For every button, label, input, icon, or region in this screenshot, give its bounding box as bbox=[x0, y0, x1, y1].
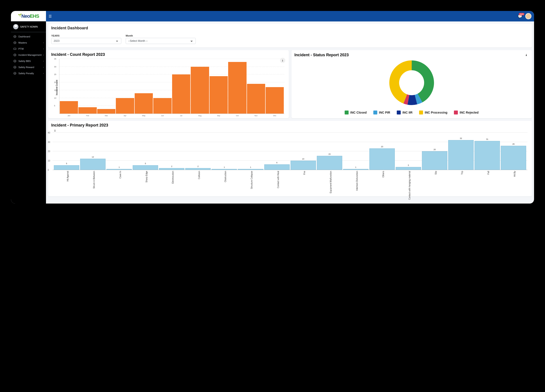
notification-icon[interactable]: 💬 8425 bbox=[518, 14, 522, 18]
bar-value: 15 bbox=[328, 153, 331, 155]
x-tick: Feb bbox=[86, 115, 89, 117]
x-tick: Obstruction bbox=[224, 171, 227, 182]
x-tick: Apr bbox=[124, 115, 126, 117]
bar: Feb bbox=[78, 107, 97, 114]
count-report-title: Incident - Count Report 2023 bbox=[51, 52, 105, 57]
sidebar-item-ptw[interactable]: PTW‹ bbox=[11, 46, 46, 52]
bar: 10Fire bbox=[291, 161, 316, 170]
legend-swatch bbox=[373, 110, 377, 115]
x-tick: Struck in Between bbox=[93, 171, 95, 189]
x-tick: Dec bbox=[273, 115, 276, 117]
sidebar: 🌱NeoEHS SAFETY ADMIN DashboardMasters‹PT… bbox=[11, 11, 46, 203]
bar: 5Hit Against bbox=[54, 165, 79, 170]
primary-report-chart: ⤓ 0102030405Hit Against12Struck in Betwe… bbox=[48, 128, 532, 196]
x-tick: Oct bbox=[236, 115, 239, 117]
bar: 15Equipment Malfunction bbox=[317, 156, 342, 170]
chevron-left-icon: ‹ bbox=[43, 42, 44, 44]
avatar-icon bbox=[13, 24, 19, 29]
menu-toggle-icon[interactable]: ☰ bbox=[49, 14, 52, 18]
svg-rect-12 bbox=[14, 73, 16, 73]
x-tick: Interlock Disfunction bbox=[356, 171, 358, 191]
bar: 2Electrocution bbox=[159, 168, 184, 170]
x-tick: Fire bbox=[303, 171, 306, 175]
bar: Aug bbox=[191, 67, 209, 114]
chevron-left-icon: ‹ bbox=[43, 60, 44, 62]
bar-value: 32 bbox=[460, 137, 462, 139]
primary-report-card: Incident - Primary Report 2023 ⤓ 0102030… bbox=[48, 121, 532, 196]
count-report-chart: ⤓ Incident Count 5101520253035JanFebMarA… bbox=[48, 57, 289, 118]
month-label: Month bbox=[126, 34, 196, 37]
bar: 23Others bbox=[369, 148, 395, 170]
download-icon[interactable]: ⤓ bbox=[524, 52, 529, 58]
logo-ehs: EHS bbox=[30, 13, 39, 19]
bar-value: 1 bbox=[224, 166, 225, 168]
y-tick: 15 bbox=[54, 89, 56, 91]
sidebar-item-safety-bbs[interactable]: Safety BBS‹ bbox=[11, 58, 46, 64]
bar: 2Collision bbox=[185, 168, 211, 170]
bar-value: 1 bbox=[119, 166, 120, 168]
user-avatar[interactable] bbox=[525, 13, 532, 19]
bar-value: 10 bbox=[302, 158, 304, 160]
y-tick: 25 bbox=[54, 73, 56, 75]
bar: Dec bbox=[266, 87, 284, 114]
y-tick: 35 bbox=[54, 58, 56, 60]
bar-value: 1 bbox=[250, 166, 251, 168]
x-tick: Aug bbox=[198, 115, 201, 117]
bar: 1Interlock Disfunction bbox=[343, 169, 369, 170]
bar-value: 26 bbox=[512, 143, 514, 145]
bar: Apr bbox=[116, 98, 134, 114]
bar-value: 31 bbox=[486, 138, 488, 140]
x-tick: Electrocution bbox=[172, 171, 174, 184]
status-report-card: Incident - Status Report 2023 ⤓ INC Clos… bbox=[291, 50, 532, 118]
sidebar-item-label: Safety BBS bbox=[19, 60, 31, 62]
bar: 20Slip bbox=[422, 151, 447, 170]
legend-swatch bbox=[397, 110, 401, 115]
chevron-left-icon: ‹ bbox=[43, 66, 44, 68]
legend-label: INC IIR bbox=[403, 111, 413, 114]
svg-rect-1 bbox=[14, 36, 16, 37]
sidebar-user[interactable]: SAFETY ADMIN bbox=[11, 21, 46, 32]
sidebar-item-safety-penalty[interactable]: Safety Penalty‹ bbox=[11, 70, 46, 76]
sidebar-item-dashboard[interactable]: Dashboard bbox=[11, 33, 46, 40]
sidebar-item-masters[interactable]: Masters‹ bbox=[11, 40, 46, 46]
legend-label: INC Closed bbox=[350, 111, 367, 114]
x-tick: Collision bbox=[198, 171, 200, 179]
bar: Nov bbox=[247, 84, 265, 114]
y-tick: 10 bbox=[48, 159, 50, 162]
sidebar-item-label: Safety Penalty bbox=[19, 72, 34, 75]
years-select[interactable]: 2023 bbox=[51, 38, 121, 44]
sidebar-item-label: Safety Reward bbox=[19, 66, 34, 68]
x-tick: Jun bbox=[161, 115, 164, 117]
bar-value: 5 bbox=[145, 162, 146, 165]
bar-value: 1 bbox=[355, 166, 356, 168]
bar: 12Struck in Between bbox=[80, 159, 105, 170]
svg-rect-10 bbox=[14, 67, 16, 67]
bar-value: 12 bbox=[92, 156, 94, 158]
legend-item: INC IIR bbox=[397, 110, 413, 115]
sidebar-item-incident-management[interactable]: Incident Management‹ bbox=[11, 52, 46, 58]
topbar: ☰ 💬 8425 bbox=[46, 11, 534, 21]
x-tick: Cave In bbox=[119, 171, 122, 178]
svg-rect-3 bbox=[14, 43, 16, 43]
bar-value: 23 bbox=[381, 146, 383, 148]
y-tick: 20 bbox=[54, 81, 56, 83]
bar: Mar bbox=[97, 109, 115, 114]
legend-label: INC PIR bbox=[379, 111, 390, 114]
bar: 3Contact with hanging material bbox=[396, 167, 421, 170]
x-tick: Trip bbox=[461, 171, 463, 175]
x-tick: Nov bbox=[254, 115, 258, 117]
sidebar-item-label: Dashboard bbox=[19, 35, 30, 38]
bar-value: 20 bbox=[434, 148, 436, 151]
legend-swatch bbox=[419, 110, 423, 115]
bar: Jun bbox=[153, 98, 171, 114]
month-select[interactable]: --Select Month -- bbox=[126, 38, 196, 44]
sidebar-item-safety-reward[interactable]: Safety Reward‹ bbox=[11, 64, 46, 70]
bar: 6Contact with Heat bbox=[264, 164, 290, 170]
bar-value: 5 bbox=[66, 162, 67, 165]
dashboard-header-card: Incident Dashboard YEARS 2023 Month --Se… bbox=[48, 24, 532, 48]
sidebar-item-label: Incident Management bbox=[19, 54, 42, 56]
nav-icon bbox=[13, 59, 17, 63]
bar: Jul bbox=[172, 74, 190, 114]
bar-value: 2 bbox=[171, 165, 172, 167]
bar: 1Obstruction bbox=[211, 169, 237, 170]
